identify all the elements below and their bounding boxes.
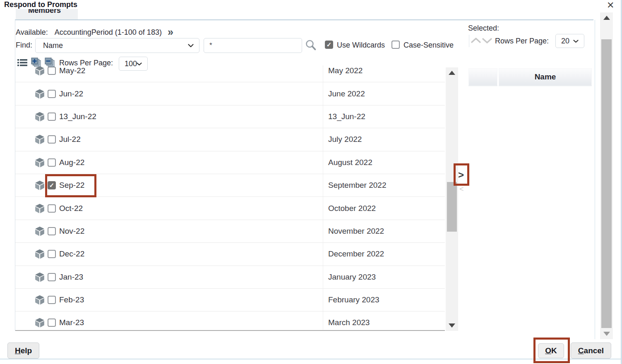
list-scrollbar-thumb[interactable] [447, 182, 457, 232]
table-row[interactable]: Mar-23 March 2023 [15, 311, 445, 331]
find-label: Find: [16, 41, 32, 50]
selected-rows-per-page-dropdown[interactable]: 20 [555, 34, 584, 48]
table-row[interactable]: Nov-22 November 2022 [15, 220, 445, 243]
use-wildcards-checkbox[interactable] [325, 41, 333, 49]
member-name: Sep-22 [59, 181, 84, 190]
cube-icon [34, 249, 45, 259]
member-name: Jul-22 [59, 135, 81, 144]
search-icon[interactable] [305, 39, 317, 53]
chevron-down-icon [137, 60, 142, 67]
member-checkbox[interactable] [48, 318, 56, 327]
member-description: December 2022 [328, 249, 384, 259]
selected-label: Selected: [468, 24, 499, 33]
tab-members[interactable]: Members [16, 9, 78, 20]
cube-icon [34, 157, 45, 168]
find-by-dropdown[interactable]: Name [35, 38, 199, 53]
collapse-all-icon[interactable] [44, 57, 55, 69]
member-checkbox[interactable] [48, 158, 56, 167]
member-description: July 2022 [328, 135, 362, 144]
page-down-icon[interactable] [482, 37, 492, 46]
table-row[interactable]: Feb-23 February 2023 [15, 289, 445, 311]
member-description: March 2023 [328, 318, 370, 327]
cube-icon [34, 295, 45, 305]
cube-icon [34, 180, 45, 191]
member-checkbox[interactable] [48, 204, 56, 213]
window-scrollbar-thumb[interactable] [601, 39, 612, 328]
search-input[interactable] [204, 38, 302, 53]
member-checkbox[interactable] [48, 181, 56, 189]
cube-icon [34, 203, 45, 214]
list-scrollbar[interactable] [446, 67, 458, 331]
member-checkbox[interactable] [48, 250, 56, 258]
member-checkbox[interactable] [48, 227, 56, 235]
close-icon[interactable]: ✕ [607, 0, 614, 11]
available-members-table: May-22 May 2022 Jun-22 June 2022 13_Jun-… [15, 65, 445, 331]
member-description: August 2022 [328, 158, 372, 167]
expand-all-icon[interactable] [31, 57, 42, 69]
dialog-title: Respond to Prompts [4, 0, 77, 9]
member-checkbox[interactable] [48, 296, 56, 304]
table-row[interactable]: Sep-22 September 2022 [15, 174, 445, 197]
scroll-down-icon[interactable] [449, 323, 455, 328]
member-checkbox[interactable] [48, 273, 56, 281]
ok-button[interactable]: OK [538, 343, 564, 358]
cube-icon [34, 317, 45, 328]
member-description: May 2022 [328, 66, 363, 75]
respond-to-prompts-dialog: Respond to Prompts ✕ Members Available:A… [0, 0, 622, 364]
member-description: February 2023 [328, 295, 379, 304]
table-row[interactable]: Jan-23 January 2023 [15, 266, 445, 289]
scroll-down-icon[interactable] [603, 332, 610, 336]
rows-per-page-label: Rows Per Page: [59, 59, 113, 67]
scroll-up-icon[interactable] [603, 16, 610, 20]
member-name: Aug-22 [59, 158, 84, 167]
member-description: 13_Jun-22 [328, 112, 365, 121]
selected-rows-per-page-label: Rows Per Page: [495, 37, 549, 46]
member-checkbox[interactable] [48, 113, 56, 121]
cancel-button[interactable]: Cancel [571, 342, 611, 359]
move-left-button: < [459, 185, 464, 194]
member-checkbox[interactable] [48, 90, 56, 98]
member-name: May-22 [59, 66, 85, 75]
window-scrollbar[interactable] [600, 12, 613, 339]
chevron-down-icon [188, 42, 194, 49]
page-up-icon[interactable] [471, 37, 481, 46]
rows-per-page-dropdown[interactable]: 100 [119, 57, 148, 71]
view-list-icon[interactable] [17, 59, 28, 68]
member-description: October 2022 [328, 204, 376, 213]
table-row[interactable]: May-22 May 2022 [15, 65, 445, 82]
table-row[interactable]: Dec-22 December 2022 [15, 243, 445, 266]
member-name: 13_Jun-22 [59, 112, 96, 121]
help-button[interactable]: Help [7, 342, 39, 359]
table-row[interactable]: Aug-22 August 2022 [15, 151, 445, 174]
scroll-up-icon[interactable] [449, 71, 455, 75]
tab-members-label: Members [28, 9, 61, 15]
chevron-down-icon [573, 37, 579, 45]
case-sensitive-label: Case-Sensitive [403, 41, 454, 50]
available-dimension: AccountingPeriod (1-100 of 183) [55, 28, 162, 36]
member-name: Oct-22 [59, 204, 83, 213]
use-wildcards-label: Use Wildcards [337, 41, 385, 50]
tab-divider-line [15, 19, 593, 20]
selected-rows-per-page-value: 20 [561, 37, 569, 46]
rows-per-page-value: 100 [125, 60, 137, 68]
table-row[interactable]: 13_Jun-22 13_Jun-22 [15, 105, 445, 128]
selected-controls-divider [469, 35, 469, 47]
table-row[interactable]: Jul-22 July 2022 [15, 128, 445, 151]
available-label: Available: [16, 28, 48, 36]
member-checkbox[interactable] [48, 135, 56, 144]
member-rows: May-22 May 2022 Jun-22 June 2022 13_Jun-… [15, 65, 445, 331]
member-name: Mar-23 [59, 318, 84, 327]
table-row[interactable]: Oct-22 October 2022 [15, 197, 445, 220]
move-right-button[interactable]: > [458, 169, 464, 181]
member-description: January 2023 [328, 273, 376, 282]
move-all-right-icon[interactable]: » [168, 26, 173, 38]
cube-icon [34, 272, 45, 283]
selected-header-spacer [468, 68, 497, 86]
member-name: Jan-23 [59, 273, 83, 282]
member-name: Jun-22 [59, 89, 83, 98]
table-row[interactable]: Jun-22 June 2022 [15, 82, 445, 105]
panel-right-border [595, 20, 595, 339]
case-sensitive-checkbox[interactable] [391, 41, 400, 49]
cube-icon [34, 89, 45, 99]
member-description: June 2022 [328, 89, 365, 98]
